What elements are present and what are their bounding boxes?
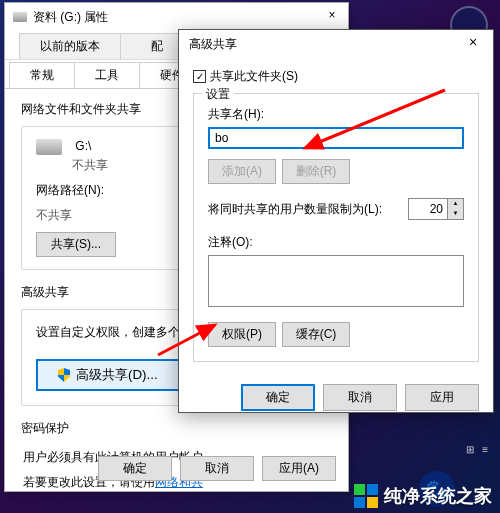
perm-cache-row: 权限(P) 缓存(C) bbox=[208, 322, 464, 347]
properties-title-text: 资料 (G:) 属性 bbox=[33, 9, 108, 26]
tab-general[interactable]: 常规 bbox=[9, 62, 75, 88]
desktop-status-icons: ⊞ ≡ bbox=[466, 444, 488, 455]
advanced-sharing-title-text: 高级共享 bbox=[189, 36, 237, 53]
cancel-button[interactable]: 取消 bbox=[323, 384, 397, 411]
section-password-protect: 密码保护 bbox=[21, 420, 332, 437]
share-folder-row[interactable]: ✓ 共享此文件夹(S) bbox=[193, 68, 479, 85]
drive-big-icon bbox=[36, 139, 62, 155]
advanced-sharing-window: 高级共享 × ✓ 共享此文件夹(S) 设置 共享名(H): 添加(A) 删除(R… bbox=[178, 29, 494, 413]
user-limit-row: 将同时共享的用户数量限制为(L): ▲▼ bbox=[208, 198, 464, 220]
add-button[interactable]: 添加(A) bbox=[208, 159, 276, 184]
grid-view-icon[interactable]: ⊞ bbox=[466, 444, 474, 455]
user-limit-input[interactable] bbox=[409, 199, 447, 219]
advanced-sharing-button[interactable]: 高级共享(D)... bbox=[36, 359, 180, 391]
advanced-sharing-body: ✓ 共享此文件夹(S) 设置 共享名(H): 添加(A) 删除(R) 将同时共享… bbox=[179, 58, 493, 374]
watermark: 纯净系统之家 bbox=[354, 484, 492, 508]
comment-textarea[interactable] bbox=[208, 255, 464, 307]
tab-previous-versions[interactable]: 以前的版本 bbox=[19, 33, 121, 59]
advanced-sharing-titlebar[interactable]: 高级共享 × bbox=[179, 30, 493, 58]
advanced-sharing-label: 高级共享(D)... bbox=[76, 366, 158, 384]
share-folder-label: 共享此文件夹(S) bbox=[210, 68, 298, 85]
tab-tools[interactable]: 工具 bbox=[74, 62, 140, 88]
cache-button[interactable]: 缓存(C) bbox=[282, 322, 350, 347]
user-limit-label: 将同时共享的用户数量限制为(L): bbox=[208, 201, 382, 218]
sharename-label: 共享名(H): bbox=[208, 106, 464, 123]
permissions-button[interactable]: 权限(P) bbox=[208, 322, 276, 347]
drive-icon bbox=[13, 12, 27, 22]
close-icon[interactable]: × bbox=[322, 7, 342, 25]
drive-letter: G:\ bbox=[75, 139, 91, 153]
list-view-icon[interactable]: ≡ bbox=[482, 444, 488, 455]
watermark-text: 纯净系统之家 bbox=[384, 484, 492, 508]
spin-up-icon[interactable]: ▲ bbox=[448, 199, 463, 209]
close-icon[interactable]: × bbox=[455, 32, 491, 54]
apply-button[interactable]: 应用 bbox=[405, 384, 479, 411]
shield-icon bbox=[58, 368, 70, 382]
ok-button[interactable]: 确定 bbox=[98, 456, 172, 481]
share-folder-checkbox[interactable]: ✓ bbox=[193, 70, 206, 83]
add-remove-row: 添加(A) 删除(R) bbox=[208, 159, 464, 184]
remove-button[interactable]: 删除(R) bbox=[282, 159, 350, 184]
settings-legend: 设置 bbox=[202, 86, 234, 103]
properties-buttons: 确定 取消 应用(A) bbox=[98, 456, 336, 481]
settings-group: 设置 共享名(H): 添加(A) 删除(R) 将同时共享的用户数量限制为(L):… bbox=[193, 93, 479, 362]
apply-button[interactable]: 应用(A) bbox=[262, 456, 336, 481]
sharename-input[interactable] bbox=[208, 127, 464, 149]
user-limit-spinner[interactable]: ▲▼ bbox=[408, 198, 464, 220]
properties-titlebar[interactable]: 资料 (G:) 属性 × bbox=[5, 3, 348, 31]
comment-label: 注释(O): bbox=[208, 234, 464, 251]
share-button[interactable]: 共享(S)... bbox=[36, 232, 116, 257]
watermark-logo-icon bbox=[354, 484, 378, 508]
ok-button[interactable]: 确定 bbox=[241, 384, 315, 411]
cancel-button[interactable]: 取消 bbox=[180, 456, 254, 481]
spin-down-icon[interactable]: ▼ bbox=[448, 209, 463, 219]
spinner-buttons[interactable]: ▲▼ bbox=[447, 199, 463, 219]
advanced-sharing-buttons: 确定 取消 应用 bbox=[179, 374, 493, 411]
